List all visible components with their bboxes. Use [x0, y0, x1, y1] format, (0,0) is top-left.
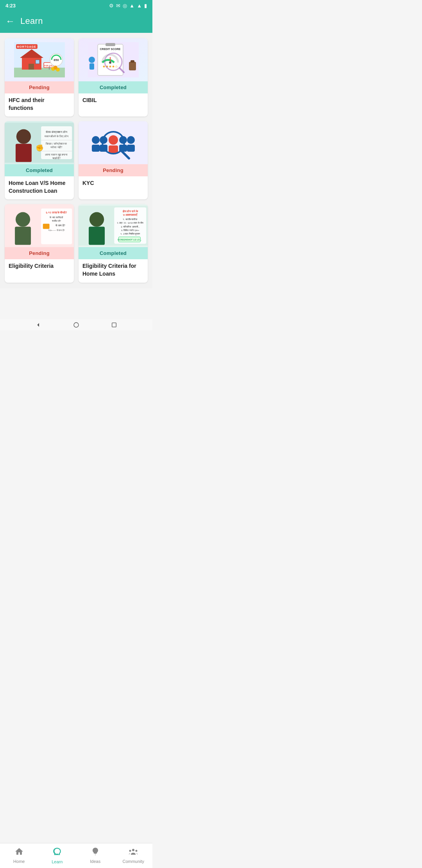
back-button[interactable]: ← — [4, 15, 16, 27]
cards-grid: FOR SALE MORTGAGE 850 Pend — [0, 33, 152, 288]
status-icons: ⚙ ✉ ◎ ▲ ▲ ▮ — [109, 3, 147, 9]
card-status-cibil: Completed — [79, 81, 148, 93]
svg-text:सेल्फ कंस्ट्रक्शन लोन: सेल्फ कंस्ट्रक्शन लोन — [45, 130, 68, 134]
svg-text:मकान बाँधने के लिए लोन: मकान बाँधने के लिए लोन — [44, 135, 69, 138]
card-thumb-hfc: FOR SALE MORTGAGE 850 — [5, 38, 74, 81]
svg-point-15 — [54, 66, 57, 70]
card-status-hfc: Pending — [5, 81, 74, 93]
card-kyc[interactable]: Pending KYC — [79, 121, 148, 199]
svg-text:या बाँधा हो?: या बाँधा हो? — [52, 219, 61, 222]
card-thumb-eligibility2: होम लोन पाने के ७ आवश्यकताएँ १. भारतीय न… — [79, 204, 148, 247]
svg-rect-8 — [49, 66, 50, 70]
page-title: Learn — [20, 16, 43, 26]
card-title-kyc: KYC — [79, 176, 148, 192]
card-title-eligibility1: Eligibility Criteria — [5, 259, 74, 275]
card-status-eligibility1: Pending — [5, 247, 74, 259]
svg-rect-48 — [109, 145, 118, 153]
back-system-btn[interactable] — [34, 321, 42, 329]
svg-rect-44 — [92, 145, 100, 152]
svg-text:५. ३ साल नियमित भुगतान: ५. ३ साल नियमित भुगतान — [120, 233, 140, 236]
card-title-cibil: CIBIL — [79, 93, 148, 109]
svg-text:२. उम्र २२ - ६०/६५ साल के बीच: २. उम्र २२ - ६०/६५ साल के बीच — [117, 222, 143, 225]
wifi-icon: ▲ — [129, 3, 134, 9]
header: ← Learn — [0, 11, 152, 33]
svg-text:१२०—— से कम है?: १२०—— से कम है? — [48, 229, 65, 231]
radio-icon: ◎ — [123, 3, 127, 9]
battery-icon: ▮ — [144, 3, 147, 9]
card-status-kyc: Pending — [79, 164, 148, 176]
svg-text:CREDIT SCORE: CREDIT SCORE — [100, 48, 120, 50]
signal-icon: ▲ — [137, 3, 142, 9]
svg-text:होम लोन पाने के: होम लोन पाने के — [122, 210, 138, 213]
svg-text:✊: ✊ — [36, 144, 44, 152]
status-time: 4:23 — [5, 3, 16, 9]
svg-point-82 — [74, 323, 79, 327]
svg-rect-52 — [127, 145, 135, 152]
svg-rect-62 — [43, 224, 50, 229]
svg-text:से कम है?: से कम है? — [55, 224, 65, 227]
svg-text:★★★★☆: ★★★★☆ — [102, 65, 118, 68]
svg-point-66 — [89, 212, 104, 227]
svg-rect-31 — [16, 144, 32, 162]
svg-text:७ आवश्यकताएँ: ७ आवश्यकताएँ — [123, 213, 138, 216]
svg-rect-4 — [29, 64, 34, 70]
svg-point-43 — [92, 136, 100, 144]
main-content: FOR SALE MORTGAGE 850 Pend — [0, 33, 152, 319]
svg-point-30 — [16, 129, 31, 144]
svg-rect-24 — [89, 63, 94, 70]
recents-system-btn[interactable] — [110, 321, 118, 329]
svg-text:चाहते हैं?: चाहते हैं? — [52, 156, 61, 160]
settings-icon: ⚙ — [109, 3, 114, 9]
email-icon: ✉ — [116, 3, 120, 9]
card-title-homeloan: Home Loan V/S Home Construction Loan — [5, 176, 74, 199]
home-system-btn[interactable] — [72, 321, 80, 329]
svg-text:SCREENSHOT LE LO...: SCREENSHOT LE LO... — [118, 239, 142, 241]
svg-rect-67 — [89, 227, 105, 245]
svg-rect-18 — [106, 43, 115, 46]
svg-text:MORTGAGE: MORTGAGE — [17, 45, 36, 48]
svg-text:भरोसा नहीं?: भरोसा नहीं? — [50, 145, 63, 149]
card-thumb-eligibility1: ६-१२ लाख के बीच है? के बाद खरीदा हो या ब… — [5, 204, 74, 247]
svg-point-21 — [109, 61, 111, 64]
card-eligibility1[interactable]: ६-१२ लाख के बीच है? के बाद खरीदा हो या ब… — [5, 204, 74, 282]
card-eligibility2[interactable]: होम लोन पाने के ७ आवश्यकताएँ १. भारतीय न… — [79, 204, 148, 282]
svg-rect-5 — [36, 60, 39, 64]
svg-text:१. भारतीय नागरिक: १. भारतीय नागरिक — [123, 218, 138, 221]
svg-text:बिल्डर / कॉन्ट्रेक्टर पर: बिल्डर / कॉन्ट्रेक्टर पर — [45, 142, 67, 145]
svg-text:३. पारिवारिक आमदनी...: ३. पारिवारिक आमदनी... — [121, 225, 140, 228]
svg-text:अपना मकान खुद बनाना: अपना मकान खुद बनाना — [45, 153, 68, 156]
svg-rect-57 — [15, 227, 31, 245]
card-thumb-kyc — [79, 121, 148, 164]
svg-text:850: 850 — [54, 58, 59, 62]
svg-point-23 — [89, 57, 95, 63]
card-thumb-cibil: CREDIT SCORE ★★★★☆ — [79, 38, 148, 81]
svg-point-51 — [127, 136, 135, 144]
card-title-eligibility2: Eligibility Criteria for Home Loans — [79, 259, 148, 282]
card-title-hfc: HFC and their functions — [5, 93, 74, 117]
card-status-eligibility2: Completed — [79, 247, 148, 259]
card-status-homeloan: Completed — [5, 164, 74, 176]
svg-rect-26 — [131, 60, 134, 63]
card-hfc[interactable]: FOR SALE MORTGAGE 850 Pend — [5, 38, 74, 117]
svg-text:४. सिबिल स्कोर ६४०+: ४. सिबिल स्कोर ६४०+ — [121, 229, 139, 231]
svg-text:के बाद खरीदा हो: के बाद खरीदा हो — [49, 216, 63, 219]
svg-point-47 — [109, 135, 118, 145]
svg-rect-83 — [112, 323, 116, 327]
system-nav-bar — [0, 319, 152, 330]
card-cibil[interactable]: CREDIT SCORE ★★★★☆ — [79, 38, 148, 117]
card-homeloan[interactable]: सेल्फ कंस्ट्रक्शन लोन मकान बाँधने के लिए… — [5, 121, 74, 199]
card-thumb-homeloan: सेल्फ कंस्ट्रक्शन लोन मकान बाँधने के लिए… — [5, 121, 74, 164]
svg-point-56 — [16, 212, 30, 227]
svg-rect-25 — [129, 62, 136, 70]
svg-text:६-१२ लाख के बीच है?: ६-१२ लाख के बीच है? — [46, 211, 67, 214]
status-bar: 4:23 ⚙ ✉ ◎ ▲ ▲ ▮ — [0, 0, 152, 11]
